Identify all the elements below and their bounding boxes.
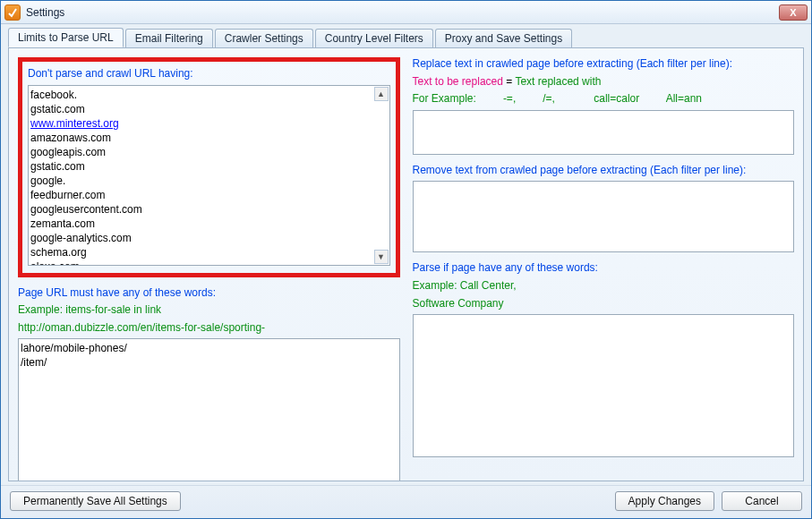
urlwords-section: Page URL must have any of these words: E… xyxy=(18,286,400,481)
replace-legend: Text to be replaced = Text replaced with xyxy=(413,75,795,89)
remove-textarea[interactable] xyxy=(413,181,795,252)
right-column: Replace text in crawled page before extr… xyxy=(413,57,795,472)
tab-proxy-and-save-settings[interactable]: Proxy and Save Settings xyxy=(435,29,572,47)
button-bar: Permanently Save All Settings Apply Chan… xyxy=(1,485,811,518)
urlwords-value: lahore/mobile-phones/ /item/ xyxy=(19,339,399,371)
remove-heading: Remove text from crawled page before ext… xyxy=(413,164,795,178)
tab-country-level-filters[interactable]: Country Level Filters xyxy=(315,29,433,47)
scroll-down-icon[interactable]: ▼ xyxy=(374,250,389,264)
replace-heading: Replace text in crawled page before extr… xyxy=(413,57,795,72)
pagewords-section: Parse if page have any of these words: E… xyxy=(413,261,795,457)
replace-example: For Example: -=, /=, call=calor All=ann xyxy=(413,92,795,106)
replace-ex1: -=, xyxy=(503,92,516,105)
cancel-button[interactable]: Cancel xyxy=(722,491,802,511)
replace-ex4: All=ann xyxy=(666,92,702,105)
urlwords-hint2: http://oman.dubizzle.com/en/items-for-sa… xyxy=(18,321,400,336)
tab-content: Don't parse and crawl URL having: facebo… xyxy=(8,47,804,481)
pagewords-textarea[interactable] xyxy=(413,314,795,457)
replace-legend-right: Text replaced with xyxy=(515,75,601,88)
tab-row: Limits to Parse URL Email Filtering Craw… xyxy=(1,24,811,47)
urlwords-heading: Page URL must have any of these words: xyxy=(18,286,400,301)
scroll-up-icon[interactable]: ▲ xyxy=(374,87,389,101)
noparse-heading: Don't parse and crawl URL having: xyxy=(28,67,390,81)
tab-limits-to-parse-url[interactable]: Limits to Parse URL xyxy=(8,28,124,47)
pagewords-heading: Parse if page have any of these words: xyxy=(413,261,795,276)
title-bar: Settings X xyxy=(1,1,811,24)
tab-email-filtering[interactable]: Email Filtering xyxy=(125,29,213,47)
replace-ex3: call=calor xyxy=(594,92,639,105)
replace-textarea[interactable] xyxy=(413,110,795,155)
replace-section: Replace text in crawled page before extr… xyxy=(413,57,795,155)
pagewords-hint2: Software Company xyxy=(413,297,795,311)
noparse-textarea[interactable]: facebook. gstatic.com www.minterest.org … xyxy=(28,85,390,266)
save-settings-button[interactable]: Permanently Save All Settings xyxy=(10,491,181,511)
apply-changes-button[interactable]: Apply Changes xyxy=(615,491,714,511)
noparse-section: Don't parse and crawl URL having: facebo… xyxy=(18,57,400,277)
urlwords-hint1: Example: items-for-sale in link xyxy=(18,303,400,318)
urlwords-textarea[interactable]: lahore/mobile-phones/ /item/ xyxy=(18,338,400,481)
pagewords-hint1: Example: Call Center, xyxy=(413,279,795,294)
left-column: Don't parse and crawl URL having: facebo… xyxy=(18,57,400,472)
replace-ex2: /=, xyxy=(543,92,555,105)
settings-window: Settings X Limits to Parse URL Email Fil… xyxy=(0,0,812,519)
replace-legend-left: Text to be replaced xyxy=(413,75,503,88)
tab-crawler-settings[interactable]: Crawler Settings xyxy=(215,29,313,47)
remove-section: Remove text from crawled page before ext… xyxy=(413,164,795,253)
close-icon[interactable]: X xyxy=(779,4,808,21)
pagewords-value xyxy=(414,315,794,319)
remove-value xyxy=(414,182,794,185)
replace-legend-eq: = xyxy=(506,75,515,88)
app-icon xyxy=(4,4,21,21)
replace-value xyxy=(414,111,794,115)
noparse-list: facebook. gstatic.com www.minterest.org … xyxy=(29,86,389,266)
replace-example-label: For Example: xyxy=(413,92,476,105)
window-title: Settings xyxy=(26,6,64,19)
